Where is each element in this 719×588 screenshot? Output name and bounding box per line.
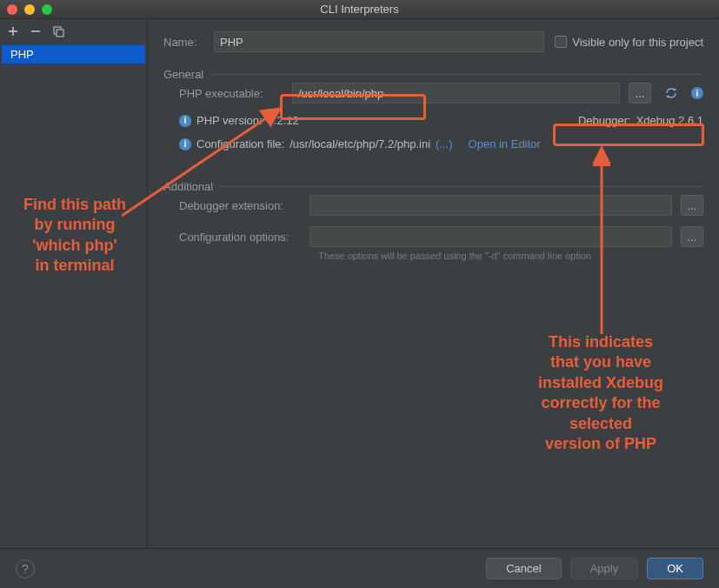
dbg-ext-label: Debugger extension: <box>179 199 301 212</box>
svg-rect-1 <box>57 30 63 37</box>
conf-opts-hint: These options will be passed using the "… <box>318 251 703 261</box>
copy-icon[interactable] <box>52 25 64 37</box>
sidebar-item-php[interactable]: PHP <box>2 45 145 63</box>
name-label: Name: <box>163 36 205 49</box>
debugger-value: Xdebug 2.6.1 <box>636 114 703 127</box>
additional-section-header: Additional <box>163 180 703 193</box>
conf-label: Configuration file: <box>196 137 284 150</box>
visible-only-checkbox[interactable] <box>555 36 567 48</box>
version-info-icon: i <box>179 115 191 127</box>
refresh-icon[interactable] <box>660 83 682 104</box>
conf-opts-edit-button[interactable]: ... <box>681 226 703 247</box>
details-pane: Name: Visible only for this project Gene… <box>148 19 719 548</box>
window-minimize-button[interactable] <box>24 4 35 15</box>
apply-button: Apply <box>570 558 639 579</box>
dialog-footer: ? Cancel Apply OK <box>0 548 719 588</box>
dbg-ext-browse-button[interactable]: ... <box>681 195 703 216</box>
general-section-header: General <box>163 68 703 81</box>
name-input[interactable] <box>214 31 544 52</box>
conf-more-link[interactable]: (...) <box>436 137 453 150</box>
conf-opts-input[interactable] <box>310 226 672 247</box>
debugger-label: Debugger: <box>578 114 631 127</box>
conf-value: /usr/local/etc/php/7.2/php.ini <box>290 137 430 150</box>
browse-button[interactable]: ... <box>629 83 651 104</box>
version-value: 7.2.12 <box>268 114 299 127</box>
window-maximize-button[interactable] <box>42 4 52 15</box>
remove-icon[interactable] <box>30 25 42 37</box>
conf-info-icon: i <box>179 138 191 150</box>
open-in-editor-link[interactable]: Open in Editor <box>469 137 541 150</box>
window-title: CLI Interpreters <box>0 3 719 16</box>
exec-label: PHP executable: <box>179 87 283 100</box>
visible-only-label: Visible only for this project <box>572 36 703 49</box>
exec-input[interactable] <box>292 83 620 104</box>
add-icon[interactable] <box>7 25 19 37</box>
dbg-ext-input[interactable] <box>310 195 672 216</box>
ok-button[interactable]: OK <box>647 558 703 579</box>
interpreter-list: PHP <box>0 43 147 548</box>
cancel-button[interactable]: Cancel <box>486 558 561 579</box>
titlebar: CLI Interpreters <box>0 0 719 19</box>
exec-info-icon[interactable]: i <box>691 87 703 99</box>
conf-opts-label: Configuration options: <box>179 231 301 244</box>
window-close-button[interactable] <box>7 4 17 15</box>
sidebar: PHP <box>0 19 148 548</box>
help-icon[interactable]: ? <box>16 559 35 578</box>
version-label: PHP version: <box>196 114 263 127</box>
